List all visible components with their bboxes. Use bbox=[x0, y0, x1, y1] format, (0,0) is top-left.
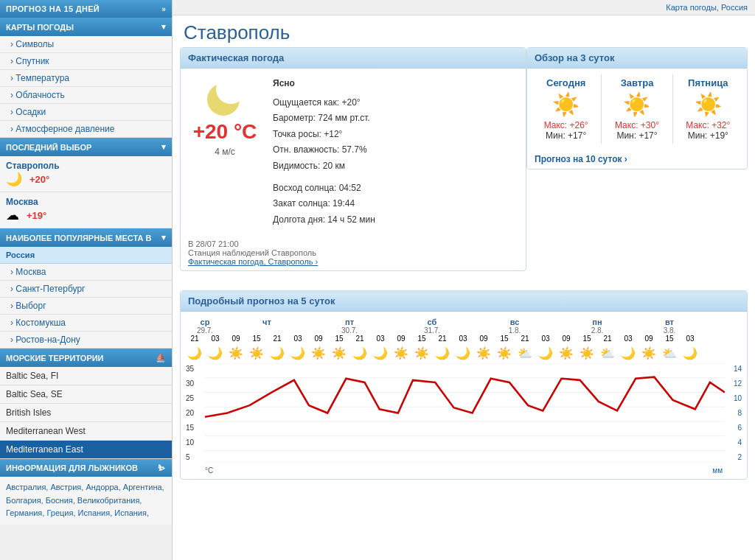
icon-thu-15: ☀️ bbox=[246, 346, 267, 360]
popular-header[interactable]: НАИБОЛЕЕ ПОПУЛЯРНЫЕ МЕСТА В ▾ bbox=[0, 228, 172, 247]
sidebar-item-spb[interactable]: Санкт-Петербург bbox=[0, 281, 172, 298]
icon-mon-03: 🌙 bbox=[618, 346, 639, 360]
friday-sun-icon: ☀️ bbox=[676, 91, 740, 117]
ski-header[interactable]: ИНФОРМАЦИЯ ДЛЯ ЛЫЖНИКОВ ⛷ bbox=[0, 459, 172, 477]
feels-like: Ощущается как: +20° bbox=[273, 95, 518, 111]
maps-header-label: КАРТЫ ПОГОДЫ bbox=[6, 23, 74, 32]
day-tue: вт 3.8. 09 15 03 bbox=[639, 318, 700, 343]
sun-times: Восход солнца: 04:52 Закат солнца: 19:44… bbox=[273, 181, 518, 228]
forecast-day-today: Сегодня ☀️ Макс: +26° Мин: +17° bbox=[531, 74, 601, 144]
forecast-arrow-icon: » bbox=[161, 5, 166, 13]
forecast-3-panel: Обзор на 3 суток Сегодня ☀️ Макс: +26° М… bbox=[526, 47, 748, 169]
ski-content: Австралия, Австрия, Андорра, Аргентина, … bbox=[0, 477, 172, 525]
icon-fri-15: ☀️ bbox=[329, 346, 349, 360]
icon-mon-09: ☀️ bbox=[556, 346, 577, 360]
main-content: Карта погоды, Россия Ставрополь Фактичес… bbox=[173, 0, 755, 560]
right-content: Обзор на 3 суток Сегодня ☀️ Макс: +26° М… bbox=[526, 47, 748, 277]
maritime-header-label: МОРСКИЕ ТЕРРИТОРИИ bbox=[6, 354, 104, 363]
maps-item-label: Атмосферное давление bbox=[15, 124, 114, 134]
last-choice-city-name: Москва bbox=[6, 197, 166, 207]
icon-mon-21: ⛅ bbox=[597, 346, 618, 360]
temperature-display: +20 °C bbox=[193, 120, 257, 144]
sidebar-item-pressure[interactable]: Атмосферное давление bbox=[0, 121, 172, 138]
maritime-item-med-east[interactable]: Mediterranean East bbox=[0, 441, 172, 459]
obs-time: В 28/07 21:00 bbox=[188, 239, 518, 248]
last-choice-moscow[interactable]: Москва ☁ +19° bbox=[0, 192, 172, 228]
forecast-5-panel: Подробный прогноз на 5 суток ср 29.7. 21… bbox=[180, 290, 748, 480]
icon-mon-15: ☀️ bbox=[577, 346, 597, 360]
wind-speed: 4 м/с bbox=[215, 147, 235, 157]
icon-tue-09: ☀️ bbox=[639, 346, 659, 360]
moscow-weather-icon: ☁ bbox=[6, 207, 19, 223]
sidebar-item-vyborg[interactable]: Выборг bbox=[0, 298, 172, 315]
icon-thu-09: ☀️ bbox=[226, 346, 246, 360]
icon-sat-21: 🌙 bbox=[432, 346, 453, 360]
weather-details: Ясно Ощущается как: +20° Барометр: 724 м… bbox=[273, 76, 518, 228]
icon-wed-21: 🌙 bbox=[184, 346, 205, 360]
icon-sun-21: ⛅ bbox=[515, 346, 535, 360]
last-choice-label: ПОСЛЕДНИЙ ВЫБОР bbox=[6, 143, 91, 152]
sidebar-item-precipitation[interactable]: Осадки bbox=[0, 104, 172, 121]
popular-header-label: НАИБОЛЕЕ ПОПУЛЯРНЫЕ МЕСТА В bbox=[6, 234, 151, 242]
pressure: Барометр: 724 мм рт.ст. bbox=[273, 111, 518, 127]
current-weather-header: Фактическая погода bbox=[181, 48, 526, 69]
icon-tue-03: 🌙 bbox=[680, 346, 700, 360]
last-choice-header[interactable]: ПОСЛЕДНИЙ ВЫБОР ▾ bbox=[0, 138, 172, 156]
popular-arrow-icon: ▾ bbox=[161, 233, 166, 242]
maritime-boat-icon: ⛵ bbox=[156, 353, 166, 363]
obs-link[interactable]: Фактическая погода, Ставрополь › bbox=[188, 257, 318, 266]
sidebar-item-temperature[interactable]: Температура bbox=[0, 70, 172, 87]
maritime-header[interactable]: МОРСКИЕ ТЕРРИТОРИИ ⛵ bbox=[0, 349, 172, 367]
ski-header-label: ИНФОРМАЦИЯ ДЛЯ ЛЫЖНИКОВ bbox=[6, 463, 138, 472]
humidity: Отн. влажность: 57.7% bbox=[273, 142, 518, 158]
popular-section-name: Россия bbox=[6, 251, 35, 259]
maritime-item-british-isles[interactable]: British Isles bbox=[0, 404, 172, 422]
maps-item-label: Символы bbox=[15, 39, 54, 49]
forecast-header[interactable]: ПРОГНОЗ НА 15 ДНЕЙ » bbox=[0, 0, 172, 18]
temp-unit-label: °C bbox=[205, 466, 213, 475]
last-choice-city-name: Ставрополь bbox=[6, 161, 166, 171]
left-content: Фактическая погода bbox=[180, 47, 526, 277]
maps-header[interactable]: КАРТЫ ПОГОДЫ ▾ bbox=[0, 18, 172, 36]
icon-sun-03: 🌙 bbox=[535, 346, 556, 360]
moscow-temp: +19° bbox=[27, 210, 46, 221]
sidebar-item-moscow[interactable]: Москва bbox=[0, 264, 172, 281]
sidebar-item-satellite[interactable]: Спутник bbox=[0, 53, 172, 70]
sidebar-item-kostomuksha[interactable]: Костомукша bbox=[0, 315, 172, 332]
day-thu: чт 09 15 21 03 bbox=[226, 318, 308, 343]
forecast-10-link[interactable]: Прогноз на 10 суток › bbox=[527, 150, 747, 169]
obs-station: Станция наблюдений Ставрополь bbox=[188, 248, 518, 257]
tomorrow-sun-icon: ☀️ bbox=[605, 91, 669, 117]
current-weather-body: +20 °C 4 м/с Ясно Ощущается как: +20° Ба… bbox=[181, 69, 526, 235]
today-temp: Макс: +26° Мин: +17° bbox=[534, 120, 598, 141]
observation-info: В 28/07 21:00 Станция наблюдений Ставроп… bbox=[181, 235, 526, 270]
maritime-item-med-west[interactable]: Mediterranean West bbox=[0, 422, 172, 441]
dew-point: Точка росы: +12° bbox=[273, 127, 518, 143]
icon-tue-15: ⛅ bbox=[659, 346, 680, 360]
maps-item-label: Спутник bbox=[15, 56, 49, 66]
day-wed: ср 29.7. 21 03 bbox=[184, 318, 226, 343]
sidebar-item-rostov[interactable]: Ростов-на-Дону bbox=[0, 332, 172, 349]
last-choice-stavropol[interactable]: Ставрополь 🌙 +20° bbox=[0, 156, 172, 192]
visibility: Видимость: 20 км bbox=[273, 158, 518, 175]
sidebar-item-symbols[interactable]: Символы bbox=[0, 36, 172, 53]
maritime-item-baltic-se[interactable]: Baltic Sea, SE bbox=[0, 385, 172, 404]
maps-item-label: Осадки bbox=[15, 107, 46, 117]
last-choice-arrow-icon: ▾ bbox=[161, 142, 166, 152]
today-sun-icon: ☀️ bbox=[534, 91, 598, 117]
icons-row: 🌙 🌙 ☀️ ☀️ 🌙 🌙 ☀️ ☀️ 🌙 🌙 ☀️ ☀️ 🌙 🌙 ☀️ bbox=[184, 345, 743, 362]
sidebar-item-clouds[interactable]: Облачность bbox=[0, 87, 172, 104]
svg-point-2 bbox=[207, 83, 240, 116]
icon-thu-03: 🌙 bbox=[288, 346, 308, 360]
ski-icon: ⛷ bbox=[158, 463, 166, 472]
forecast-header-label: ПРОГНОЗ НА 15 ДНЕЙ bbox=[6, 4, 100, 13]
temperature-chart bbox=[205, 363, 725, 463]
maps-arrow-icon: ▾ bbox=[161, 22, 166, 32]
stavropol-temp: +20° bbox=[29, 174, 49, 185]
maps-item-label: Облачность bbox=[15, 90, 64, 100]
forecast-timeline: ср 29.7. 21 03 чт 09 15 21 03 bbox=[181, 312, 747, 479]
forecast-3-header: Обзор на 3 суток bbox=[527, 48, 747, 69]
popular-section-label: Россия bbox=[0, 247, 172, 264]
maritime-item-baltic-fi[interactable]: Baltic Sea, FI bbox=[0, 367, 172, 385]
map-link[interactable]: Карта погоды, Россия bbox=[666, 3, 748, 12]
